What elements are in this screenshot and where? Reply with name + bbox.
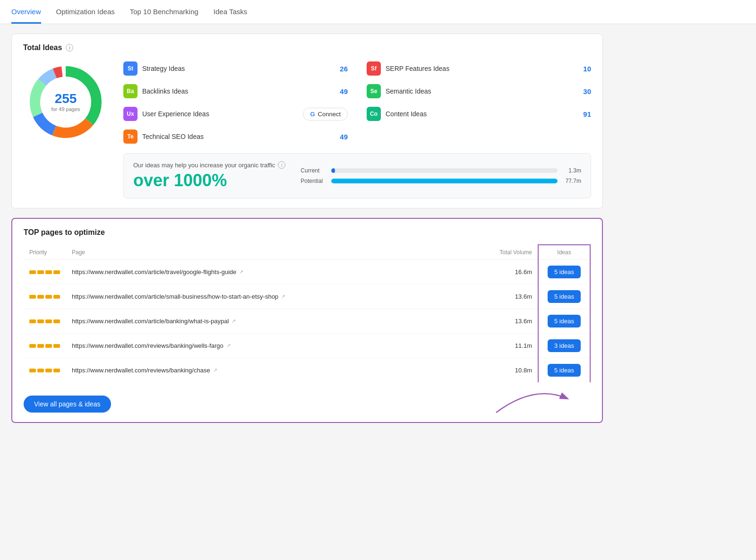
col-volume: Total Volume (481, 245, 538, 260)
view-all-button[interactable]: View all pages & ideas (24, 396, 111, 413)
ideas-button[interactable]: 3 ideas (548, 339, 581, 352)
idea-badge: St (123, 61, 137, 76)
ideas-cell: 3 ideas (538, 334, 590, 358)
idea-row: SfSERP Features Ideas10 (367, 60, 591, 78)
potential-value: 77.7m (562, 178, 581, 184)
tab-overview[interactable]: Overview (11, 0, 41, 24)
page-url-link[interactable]: https://www.nerdwallet.com/article/small… (72, 293, 476, 300)
current-bar-fill (331, 168, 335, 173)
page-url-link[interactable]: https://www.nerdwallet.com/reviews/banki… (72, 342, 476, 349)
idea-count: 26 (336, 65, 348, 73)
priority-dot (37, 295, 44, 299)
priority-dot (29, 344, 36, 348)
top-pages-title: TOP pages to optimize (24, 228, 591, 237)
idea-name: SERP Features Ideas (386, 65, 575, 72)
tab-top10-benchmarking[interactable]: Top 10 Benchmarking (130, 0, 198, 24)
priority-dot (53, 270, 60, 274)
table-row: https://www.nerdwallet.com/article/trave… (24, 260, 590, 284)
priority-cell (24, 309, 66, 334)
page-url-cell: https://www.nerdwallet.com/reviews/banki… (66, 334, 481, 358)
idea-count: 10 (580, 65, 591, 73)
current-bar-track (331, 168, 558, 173)
donut-sub-label: for 49 pages (51, 106, 80, 112)
potential-bar-row: Potential 77.7m (301, 178, 581, 184)
priority-dot (29, 270, 36, 274)
priority-dot (29, 295, 36, 299)
traffic-percent: over 1000% (133, 171, 285, 190)
idea-badge: Ux (123, 107, 137, 121)
idea-badge: Se (367, 84, 381, 98)
donut-center: 255 for 49 pages (51, 92, 80, 112)
idea-name: Backlinks Ideas (142, 87, 332, 95)
priority-cell (24, 334, 66, 358)
idea-count: 49 (336, 133, 348, 141)
potential-bar-fill (331, 179, 558, 183)
page-url-cell: https://www.nerdwallet.com/reviews/banki… (66, 358, 481, 383)
priority-dot (45, 344, 52, 348)
idea-name: Semantic Ideas (386, 87, 575, 95)
volume-cell: 13.6m (481, 284, 538, 309)
ideas-list-container: StStrategy Ideas26SfSERP Features Ideas1… (123, 60, 591, 198)
top-pages-card: TOP pages to optimize Priority Page Tota… (11, 218, 603, 423)
idea-count: 30 (580, 87, 591, 95)
priority-dot (53, 319, 60, 323)
ideas-cell: 5 ideas (538, 284, 590, 309)
total-ideas-info-icon[interactable]: i (66, 44, 73, 52)
traffic-info-icon[interactable]: i (278, 161, 285, 169)
ideas-button[interactable]: 5 ideas (548, 315, 581, 327)
idea-name: Content Ideas (386, 110, 575, 118)
idea-name: Strategy Ideas (142, 65, 332, 72)
traffic-left: Our ideas may help you increase your org… (133, 161, 285, 190)
page-url-cell: https://www.nerdwallet.com/article/small… (66, 284, 481, 309)
idea-row: StStrategy Ideas26 (123, 60, 348, 78)
col-priority: Priority (24, 245, 66, 260)
idea-row: CoContent Ideas91 (367, 105, 591, 123)
traffic-title: Our ideas may help you increase your org… (133, 161, 285, 169)
google-connect-button[interactable]: GConnect (303, 108, 348, 121)
idea-count: 49 (336, 87, 348, 95)
idea-badge: Te (123, 129, 137, 144)
page-url-link[interactable]: https://www.nerdwallet.com/article/banki… (72, 318, 476, 325)
idea-row: UxUser Experience IdeasGConnect (123, 105, 348, 123)
ideas-button[interactable]: 5 ideas (548, 266, 581, 278)
main-nav: Overview Optimization Ideas Top 10 Bench… (0, 0, 756, 24)
ideas-button[interactable]: 5 ideas (548, 364, 581, 377)
volume-cell: 16.6m (481, 260, 538, 284)
arrow-annotation (487, 379, 581, 417)
volume-cell: 11.1m (481, 334, 538, 358)
page-url-link[interactable]: https://www.nerdwallet.com/reviews/banki… (72, 367, 476, 374)
page-url-link[interactable]: https://www.nerdwallet.com/article/trave… (72, 268, 476, 276)
priority-dot (37, 319, 44, 323)
priority-dot (29, 369, 36, 372)
table-footer: View all pages & ideas (24, 388, 591, 413)
current-bar-row: Current 1.3m (301, 167, 581, 174)
idea-row: BaBacklinks Ideas49 (123, 82, 348, 100)
table-row: https://www.nerdwallet.com/reviews/banki… (24, 334, 590, 358)
tab-optimization-ideas[interactable]: Optimization Ideas (56, 0, 115, 24)
volume-cell: 10.8m (481, 358, 538, 383)
potential-label: Potential (301, 178, 326, 184)
idea-count: 91 (580, 110, 591, 118)
external-link-icon: ↗ (232, 318, 236, 324)
idea-name: Technical SEO Ideas (142, 133, 332, 140)
current-value: 1.3m (562, 167, 581, 174)
priority-dot (53, 344, 60, 348)
idea-badge: Ba (123, 84, 137, 98)
tab-idea-tasks[interactable]: Idea Tasks (214, 0, 247, 24)
volume-cell: 13.6m (481, 309, 538, 334)
pages-table: Priority Page Total Volume Ideas https:/… (24, 244, 591, 382)
table-row: https://www.nerdwallet.com/reviews/banki… (24, 358, 590, 383)
ideas-button[interactable]: 5 ideas (548, 290, 581, 303)
total-ideas-card: Total Ideas i (11, 34, 603, 208)
ideas-grid: StStrategy Ideas26SfSERP Features Ideas1… (123, 60, 591, 146)
potential-bar-track (331, 179, 558, 183)
idea-row: SeSemantic Ideas30 (367, 82, 591, 100)
priority-dot (53, 369, 60, 372)
priority-dot (45, 319, 52, 323)
donut-count: 255 (51, 92, 80, 105)
priority-dot (29, 319, 36, 323)
priority-cell (24, 358, 66, 383)
pages-table-head: Priority Page Total Volume Ideas (24, 245, 590, 260)
pages-table-body: https://www.nerdwallet.com/article/trave… (24, 260, 590, 383)
ideas-cell: 5 ideas (538, 358, 590, 383)
